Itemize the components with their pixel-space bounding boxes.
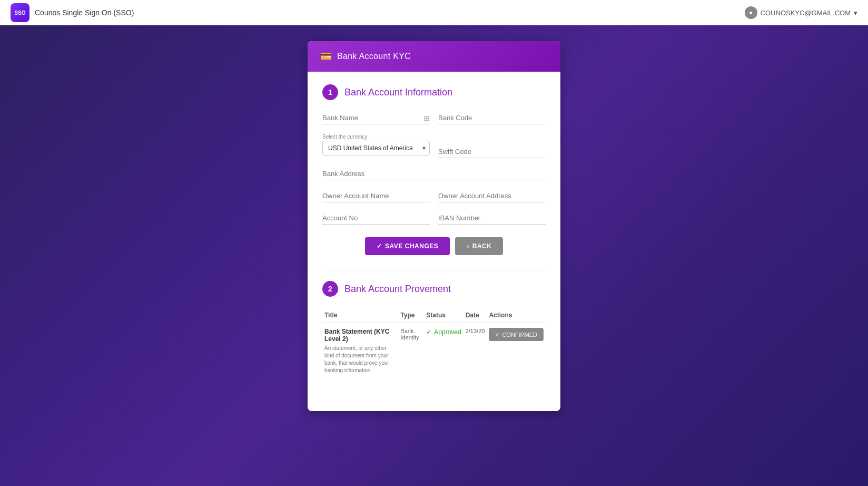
card-body: 1 Bank Account Information ⊞ [308, 72, 560, 411]
bank-name-code-row: ⊞ [322, 112, 546, 124]
doc-actions-cell: ✓ CONFIRMED [487, 323, 546, 380]
proof-table: Title Type Status Date Actions Bank Stat… [322, 308, 546, 380]
kyc-card: 💳 Bank Account KYC 1 Bank Account Inform… [308, 41, 560, 411]
table-row: Bank Statement (KYC Level 2) An statemen… [322, 323, 546, 380]
sso-logo: SSO [11, 3, 29, 22]
proof-table-header: Title Type Status Date Actions [322, 308, 546, 323]
main-content: 💳 Bank Account KYC 1 Bank Account Inform… [0, 25, 868, 486]
currency-label: Select the currency [322, 134, 430, 140]
bank-code-group [438, 112, 546, 124]
approved-check-icon: ✓ [426, 328, 432, 336]
proof-table-body: Bank Statement (KYC Level 2) An statemen… [322, 323, 546, 380]
section-bank-info: 1 Bank Account Information ⊞ [322, 84, 546, 255]
currency-swift-row: Select the currency USD United States of… [322, 134, 546, 158]
owner-account-address-group [438, 190, 546, 202]
col-actions: Actions [487, 308, 546, 323]
section2-number: 2 [322, 281, 338, 297]
bank-name-group: ⊞ [322, 112, 430, 124]
bank-name-input[interactable] [322, 112, 423, 124]
doc-description: An statement, or any other kind of docum… [324, 345, 396, 374]
currency-select[interactable]: USD United States of America Dollars EUR… [322, 141, 430, 155]
section1-title: Bank Account Information [344, 87, 452, 98]
col-status: Status [424, 308, 463, 323]
section2-title: Bank Account Provement [344, 284, 451, 295]
swift-code-input[interactable] [438, 145, 546, 158]
swift-code-group [438, 134, 546, 158]
user-avatar: ● [745, 6, 757, 19]
account-no-group [322, 212, 430, 225]
owner-account-name-group [322, 190, 430, 202]
bank-address-group [322, 168, 546, 180]
section1-header: 1 Bank Account Information [322, 84, 546, 100]
confirmed-button[interactable]: ✓ CONFIRMED [489, 328, 544, 341]
doc-type-cell: Bank Identity [398, 323, 424, 380]
owner-account-name-input[interactable] [322, 190, 430, 202]
user-menu[interactable]: ● COUNOSKYC@GMAIL.COM ▾ [745, 6, 857, 19]
save-check-icon: ✓ [377, 242, 382, 250]
bank-address-row [322, 168, 546, 180]
bank-name-icon: ⊞ [423, 114, 430, 122]
iban-number-group [438, 212, 546, 225]
form-button-row: ✓ SAVE CHANGES ‹ BACK [322, 237, 546, 255]
col-date: Date [463, 308, 487, 323]
account-iban-row [322, 212, 546, 225]
confirmed-check-icon: ✓ [495, 331, 500, 338]
doc-status-cell: ✓ Approved [424, 323, 463, 380]
currency-select-wrapper: USD United States of America Dollars EUR… [322, 141, 430, 155]
top-nav: SSO Counos Single Sign On (SSO) ● COUNOS… [0, 0, 868, 25]
doc-title: Bank Statement (KYC Level 2) [324, 328, 396, 343]
confirmed-label: CONFIRMED [502, 332, 537, 338]
account-no-input[interactable] [322, 212, 430, 225]
section-bank-proof: 2 Bank Account Provement Title Type Stat… [322, 281, 546, 380]
bank-name-field-wrapper: ⊞ [322, 112, 430, 124]
doc-date-cell: 2/13/20 [463, 323, 487, 380]
status-label: Approved [434, 328, 461, 336]
currency-group: Select the currency USD United States of… [322, 134, 430, 158]
save-button-label: SAVE CHANGES [385, 242, 438, 250]
save-changes-button[interactable]: ✓ SAVE CHANGES [365, 237, 450, 255]
section-divider [322, 270, 546, 270]
user-dropdown-icon: ▾ [854, 9, 857, 17]
card-header-icon: 💳 [320, 51, 332, 62]
section2-header: 2 Bank Account Provement [322, 281, 546, 297]
bank-address-input[interactable] [322, 168, 546, 180]
user-icon: ● [749, 9, 753, 16]
back-button-label: BACK [472, 242, 492, 250]
bank-code-input[interactable] [438, 112, 546, 124]
owner-account-address-input[interactable] [438, 190, 546, 202]
doc-title-cell: Bank Statement (KYC Level 2) An statemen… [322, 323, 398, 380]
nav-title: Counos Single Sign On (SSO) [35, 8, 134, 17]
back-button[interactable]: ‹ BACK [455, 237, 503, 255]
back-chevron-icon: ‹ [467, 242, 469, 250]
card-header: 💳 Bank Account KYC [308, 41, 560, 72]
card-header-title: Bank Account KYC [337, 52, 411, 61]
col-type: Type [398, 308, 424, 323]
iban-number-input[interactable] [438, 212, 546, 225]
nav-left: SSO Counos Single Sign On (SSO) [11, 3, 134, 22]
owner-row [322, 190, 546, 202]
proof-table-header-row: Title Type Status Date Actions [322, 308, 546, 323]
section1-number: 1 [322, 84, 338, 100]
user-email: COUNOSKYC@GMAIL.COM [761, 9, 851, 17]
status-approved: ✓ Approved [426, 328, 461, 336]
col-title: Title [322, 308, 398, 323]
